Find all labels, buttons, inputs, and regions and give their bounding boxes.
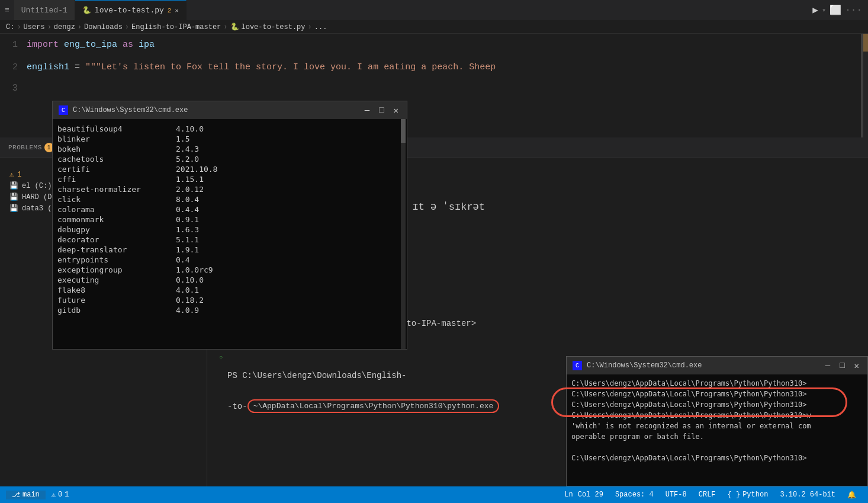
error-icon: ⚠ (52, 491, 56, 499)
cmd-close-button-bottom[interactable]: ✕ (852, 361, 861, 371)
cmd-body-top[interactable]: beautifulsoup44.10.0blinker1.5bokeh2.4.3… (53, 119, 407, 349)
cmd-maximize-button[interactable]: □ (377, 105, 386, 116)
col-value: Col 29 (578, 491, 603, 499)
editor-line-1[interactable]: 1 import eng_to_ipa as ipa (0, 34, 868, 56)
breadcrumb-py-icon: 🐍 (230, 23, 239, 31)
tab-bar: ≡ Untitled-1 🐍 love-to-test.py 2 ✕ ▶ ▾ ⬜… (0, 0, 868, 21)
line-number-1: 1 (0, 34, 27, 56)
cmd-window-bottom: C C:\Windows\System32\cmd.exe — □ ✕ C:\U… (566, 356, 868, 486)
cmd-title-bottom: C:\Windows\System32\cmd.exe (587, 361, 818, 370)
tab-hamburger[interactable]: ≡ (0, 6, 14, 15)
cmd-titlebar-top: C C:\Windows\System32\cmd.exe — □ ✕ (53, 101, 407, 119)
status-ln-col[interactable]: Ln Col 29 (558, 491, 609, 499)
prompt-bullet-2: ○ (219, 354, 223, 361)
cmd-close-button-top[interactable]: ✕ (391, 105, 401, 116)
status-encoding[interactable]: UTF-8 (660, 491, 693, 499)
status-bar: ⎇ main ⚠ 0 1 Ln Col 29 Spaces: 4 UTF-8 C… (0, 486, 868, 503)
status-right: Ln Col 29 Spaces: 4 UTF-8 CRLF { } Pytho… (558, 491, 862, 499)
package-row: click8.0.4 (57, 194, 402, 204)
package-version: 5.1.1 (176, 235, 402, 245)
language-label: Python (742, 491, 768, 499)
encoding-label: UTF-8 (666, 491, 687, 499)
package-row: cachetools5.2.0 (57, 154, 402, 164)
package-name: colorama (57, 204, 176, 214)
package-name: flake8 (57, 285, 176, 295)
package-row: gitdb4.0.9 (57, 305, 402, 315)
breadcrumb-c[interactable]: C: (6, 23, 14, 31)
cmd-line: C:\Users\dengz\AppData\Local\Programs\Py… (571, 453, 863, 463)
cmd-minimize-button[interactable]: — (362, 105, 372, 116)
branch-name: main (22, 491, 40, 499)
cmd-maximize-button-bottom[interactable]: □ (837, 361, 847, 371)
package-name: bokeh (57, 144, 176, 154)
status-spaces[interactable]: Spaces: 4 (609, 491, 660, 499)
python-file-icon: 🐍 (82, 6, 91, 15)
more-icon[interactable]: ··· (845, 5, 862, 15)
breadcrumb-dengz[interactable]: dengz (54, 23, 75, 31)
breadcrumb-downloads[interactable]: Downloads (84, 23, 123, 31)
package-name: debugpy (57, 225, 176, 235)
cmd-line: C:\Users\dengz\AppData\Local\Programs\Py… (571, 410, 863, 421)
package-version: 1.0.0rc9 (176, 265, 402, 275)
run-controls: ▶ ▾ ⬜ ··· (812, 4, 868, 16)
breadcrumb-users[interactable]: Users (24, 23, 45, 31)
package-version: 0.9.1 (176, 214, 402, 225)
editor-scrollbar[interactable] (861, 34, 863, 137)
package-row: executing0.10.0 (57, 275, 402, 285)
package-version: 4.10.0 (176, 124, 402, 134)
layout-icon[interactable]: ⬜ (830, 4, 841, 16)
package-version: 4.0.1 (176, 285, 402, 295)
cmd-controls-top: — □ ✕ (362, 105, 401, 116)
package-version: 5.2.0 (176, 154, 402, 164)
cmd-scrollbar-top[interactable] (401, 119, 406, 349)
cmd-minimize-button-bottom[interactable]: — (823, 361, 832, 371)
status-branch[interactable]: ⎇ main (6, 491, 46, 499)
prompt-block-2: PS C:\Users\dengz\Downloads\English- -to… (227, 352, 499, 432)
package-name: gitdb (57, 305, 176, 315)
line-content-2[interactable]: english1 = """Let's listen to Fox tell t… (27, 56, 868, 79)
cmd-scrollbar-thumb (401, 119, 406, 143)
status-errors[interactable]: ⚠ 0 1 (46, 491, 75, 499)
status-python-version[interactable]: 3.10.2 64-bit (774, 491, 841, 499)
cmd-line: operable program or batch file. (571, 431, 863, 442)
cmd-titlebar-bottom: C C:\Windows\System32\cmd.exe — □ ✕ (567, 357, 867, 374)
love-to-test-label: love-to-test.py (95, 6, 164, 15)
status-language[interactable]: { } Python (722, 491, 774, 499)
breadcrumb-ellipsis[interactable]: ... (314, 23, 327, 31)
tab-love-to-test[interactable]: 🐍 love-to-test.py 2 ✕ (75, 0, 187, 20)
breadcrumb-file[interactable]: love-to-test.py (242, 23, 306, 31)
keyword-as: as (123, 40, 133, 50)
cmd-body-bottom[interactable]: C:\Users\dengz\AppData\Local\Programs\Py… (567, 374, 867, 486)
cmd-line: C:\Users\dengz\AppData\Local\Programs\Py… (571, 389, 863, 399)
status-line-ending[interactable]: CRLF (693, 491, 722, 499)
package-row: exceptiongroup1.0.0rc9 (57, 265, 402, 275)
line-content-1[interactable]: import eng_to_ipa as ipa (27, 34, 868, 56)
tab-close-button[interactable]: ✕ (175, 7, 178, 14)
problems-label: PROBLEMS (8, 144, 42, 151)
equals-sign: = (75, 62, 85, 72)
cmd-title-top: C:\Windows\System32\cmd.exe (73, 106, 358, 114)
package-version: 2.0.12 (176, 184, 402, 194)
cmd-controls-bottom: — □ ✕ (823, 361, 861, 371)
error-count: 0 (58, 491, 62, 499)
bell-icon: 🔔 (847, 491, 856, 499)
package-table: beautifulsoup44.10.0blinker1.5bokeh2.4.3… (57, 124, 402, 315)
spaces-label: Spaces: 4 (615, 491, 654, 499)
package-version: 1.6.3 (176, 225, 402, 235)
branch-icon: ⎇ (12, 491, 20, 499)
run-dropdown-icon[interactable]: ▾ (822, 6, 826, 15)
status-notifications[interactable]: 🔔 (841, 491, 862, 499)
tab-untitled[interactable]: Untitled-1 (14, 0, 75, 20)
run-icon[interactable]: ▶ (812, 4, 818, 16)
package-version: 1.5 (176, 134, 402, 144)
cmd-line: C:\Users\dengz\AppData\Local\Programs\Py… (571, 399, 863, 410)
package-row: cffi1.15.1 (57, 174, 402, 184)
cmd-window-top: C C:\Windows\System32\cmd.exe — □ ✕ beau… (52, 101, 407, 350)
warning-count: 1 (65, 491, 69, 499)
cmd-line: 'which' is not recognized as an internal… (571, 421, 863, 431)
package-name: cffi (57, 174, 176, 184)
editor-minimap (863, 34, 868, 137)
editor-line-3[interactable]: 3 (0, 79, 868, 98)
editor-line-2[interactable]: 2 english1 = """Let's listen to Fox tell… (0, 56, 868, 79)
breadcrumb-project[interactable]: English-to-IPA-master (131, 23, 221, 31)
